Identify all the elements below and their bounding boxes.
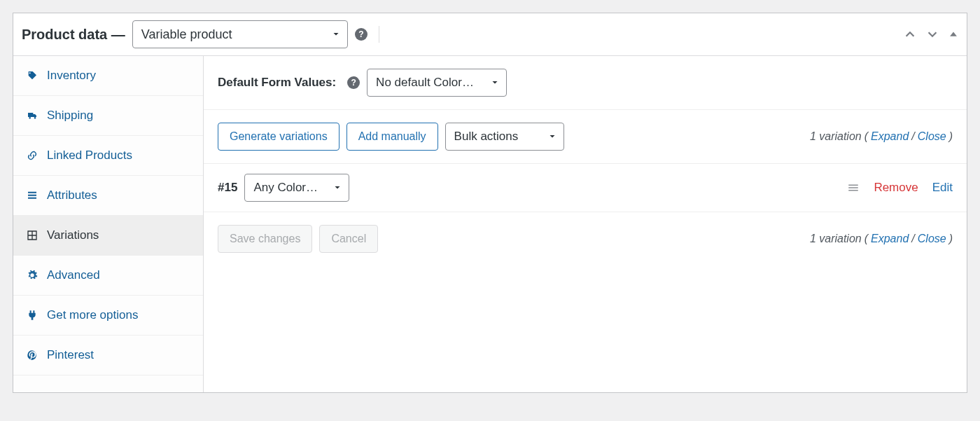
footer-row: Save changes Cancel 1 variation ( Expand… (204, 212, 967, 265)
chevron-down-icon[interactable] (926, 28, 939, 41)
truck-icon (26, 109, 38, 122)
divider (379, 26, 379, 43)
content: Default Form Values: ? No default Color…… (204, 56, 967, 392)
link-icon (26, 149, 38, 162)
list-icon (26, 189, 38, 202)
save-changes-button[interactable]: Save changes (218, 225, 312, 253)
tag-icon (26, 69, 38, 82)
edit-link[interactable]: Edit (932, 181, 953, 195)
variation-attribute-select[interactable]: Any Color… (244, 174, 349, 202)
sidebar-item-attributes[interactable]: Attributes (13, 176, 203, 216)
pinterest-icon (26, 349, 38, 361)
variation-id: #15 (218, 181, 237, 195)
bulk-actions-select[interactable]: Bulk actions (445, 123, 564, 151)
variation-row[interactable]: #15 Any Color… Remove Edit (204, 164, 967, 212)
help-icon[interactable]: ? (355, 28, 368, 41)
sidebar-item-label: Attributes (47, 188, 97, 202)
cancel-button[interactable]: Cancel (319, 225, 378, 253)
panel-header: Product data — Variable product ? (13, 13, 967, 56)
sidebar-item-advanced[interactable]: Advanced (13, 256, 203, 296)
sidebar-item-get-more-options[interactable]: Get more options (13, 296, 203, 336)
sidebar-item-pinterest[interactable]: Pinterest (13, 336, 203, 375)
sidebar-item-label: Pinterest (47, 348, 94, 362)
sidebar-item-label: Variations (47, 228, 99, 242)
generate-variations-button[interactable]: Generate variations (218, 123, 340, 151)
variation-count-text: 1 variation (810, 130, 862, 143)
default-form-values-value: No default Color… (367, 69, 507, 97)
variation-attribute-value: Any Color… (244, 174, 349, 202)
plug-icon (26, 309, 38, 322)
drag-handle-icon[interactable] (847, 181, 860, 194)
variation-count-bottom: 1 variation ( Expand / Close ) (810, 233, 953, 245)
chevron-up-icon[interactable] (904, 28, 916, 41)
sidebar-item-shipping[interactable]: Shipping (13, 96, 203, 136)
panel-body: Inventory Shipping Linked Products Attri… (13, 56, 967, 392)
sidebar-item-label: Linked Products (47, 149, 132, 163)
expand-link[interactable]: Expand (871, 130, 909, 143)
sidebar-item-linked-products[interactable]: Linked Products (13, 136, 203, 176)
close-link[interactable]: Close (918, 130, 946, 143)
panel-title: Product data — (22, 27, 125, 43)
sidebar-item-label: Get more options (47, 308, 138, 322)
sidebar: Inventory Shipping Linked Products Attri… (13, 56, 204, 392)
help-icon[interactable]: ? (347, 76, 360, 89)
product-data-panel: Product data — Variable product ? Invent… (13, 13, 967, 393)
add-manually-button[interactable]: Add manually (346, 123, 438, 151)
sidebar-item-inventory[interactable]: Inventory (13, 56, 203, 96)
sidebar-item-label: Advanced (47, 268, 100, 282)
remove-link[interactable]: Remove (874, 181, 918, 195)
bulk-actions-value: Bulk actions (445, 123, 564, 151)
default-form-values-select[interactable]: No default Color… (367, 69, 507, 97)
product-type-select[interactable]: Variable product (132, 20, 348, 48)
variation-count-text: 1 variation (810, 233, 862, 245)
grid-icon (26, 229, 38, 242)
sidebar-item-label: Inventory (47, 69, 96, 83)
default-form-values-label: Default Form Values: (218, 76, 336, 90)
expand-link[interactable]: Expand (871, 233, 909, 245)
default-form-values-row: Default Form Values: ? No default Color… (204, 56, 967, 110)
variation-count-top: 1 variation ( Expand / Close ) (810, 130, 953, 143)
gear-icon (26, 269, 38, 282)
sidebar-item-label: Shipping (47, 109, 93, 123)
product-type-value: Variable product (132, 20, 348, 48)
sidebar-item-variations[interactable]: Variations (13, 216, 203, 256)
close-link[interactable]: Close (918, 233, 946, 245)
variations-toolbar-row: Generate variations Add manually Bulk ac… (204, 110, 967, 164)
caret-up-icon[interactable] (948, 29, 958, 39)
